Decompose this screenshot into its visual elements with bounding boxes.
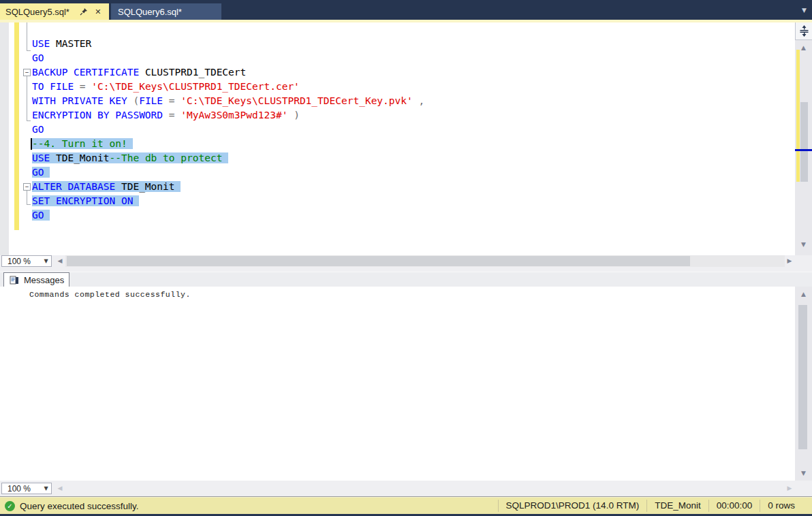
messages-icon — [10, 276, 19, 285]
status-elapsed-time: 00:00:00 — [708, 500, 760, 512]
code-line: GO — [0, 165, 795, 180]
code-line: GO — [0, 51, 795, 65]
sql-editor-surface[interactable]: USE MASTERGO−BACKUP CERTIFICATE CLUSTPRD… — [0, 22, 795, 255]
document-tab-bar: SQLQuery5.sql* ✕ SQLQuery6.sql* ▼ — [0, 0, 812, 20]
scroll-up-arrow[interactable]: ▲ — [795, 289, 812, 300]
code-line: WITH PRIVATE KEY (FILE = 'C:\TDE_Keys\CL… — [0, 94, 795, 108]
code-line: USE TDE_Monit--The db to protect — [0, 151, 795, 165]
text-caret — [31, 138, 32, 150]
code-line — [0, 22, 795, 37]
messages-tab-row: Messages — [0, 272, 812, 287]
pin-icon[interactable] — [79, 7, 89, 16]
chevron-down-icon[interactable]: ▼ — [802, 7, 807, 14]
hscroll-thumb[interactable] — [67, 256, 690, 266]
messages-zoom-select[interactable]: 100 % ▼ — [1, 483, 52, 494]
status-database: TDE_Monit — [646, 500, 708, 512]
code-line: GO — [0, 208, 795, 223]
messages-tab-label: Messages — [24, 275, 64, 285]
fold-collapse-icon[interactable]: − — [23, 69, 31, 76]
messages-output-text: Commands completed successfully. — [29, 290, 191, 299]
fold-collapse-icon[interactable]: − — [23, 183, 31, 191]
tab-messages[interactable]: Messages — [3, 272, 69, 287]
scroll-right-arrow[interactable]: ▶ — [785, 255, 794, 267]
zoom-value: 100 % — [2, 484, 41, 494]
close-icon[interactable]: ✕ — [93, 6, 104, 17]
chevron-down-icon: ▼ — [41, 485, 51, 491]
tab-sqlquery5[interactable]: SQLQuery5.sql* ✕ — [0, 3, 109, 20]
status-right: SQLPROD1\PROD1 (14.0 RTM) TDE_Monit 00:0… — [498, 500, 812, 512]
code-line: −BACKUP CERTIFICATE CLUSTPRD1_TDECert — [0, 65, 795, 80]
scrollbar-corner — [795, 255, 812, 267]
check-circle-icon: ✓ — [5, 501, 15, 511]
split-icon — [799, 25, 809, 37]
zoom-value: 100 % — [2, 257, 41, 266]
code-line: SET ENCRYPTION ON — [0, 194, 795, 208]
status-message: Query executed successfully. — [20, 501, 139, 511]
status-bar: ✓ Query executed successfully. SQLPROD1\… — [0, 497, 812, 514]
scroll-down-arrow[interactable]: ▼ — [795, 239, 812, 250]
tab-label: SQLQuery6.sql* — [118, 7, 182, 17]
code-lines: USE MASTERGO−BACKUP CERTIFICATE CLUSTPRD… — [0, 22, 795, 223]
chevron-down-icon: ▼ — [41, 258, 51, 264]
pane-splitter[interactable] — [0, 267, 812, 272]
editor-hscroll-row: 100 % ▼ ◀ ▶ — [0, 255, 812, 267]
code-line: GO — [0, 123, 795, 137]
scrollbar-thumb[interactable] — [800, 102, 808, 182]
scroll-down-arrow[interactable]: ▼ — [795, 468, 812, 479]
messages-vertical-scrollbar[interactable]: ▲ ▼ — [795, 287, 812, 481]
tab-label: SQLQuery5.sql* — [5, 7, 69, 17]
messages-hscroll-row: 100 % ▼ ◀ ▶ — [0, 481, 812, 497]
scroll-left-arrow[interactable]: ◀ — [55, 255, 65, 267]
status-left: ✓ Query executed successfully. — [0, 501, 498, 511]
code-line: −ALTER DATABASE TDE_Monit — [0, 180, 795, 194]
scroll-left-arrow[interactable]: ◀ — [55, 483, 65, 494]
scroll-right-arrow[interactable]: ▶ — [785, 483, 794, 494]
tab-sqlquery6[interactable]: SQLQuery6.sql* — [111, 3, 221, 20]
split-editor-button[interactable] — [795, 22, 812, 40]
results-messages-pane: Messages Commands completed successfully… — [0, 272, 812, 497]
code-line: USE MASTER — [0, 37, 795, 51]
caret-position-marker — [795, 149, 812, 151]
editor-vertical-scrollbar[interactable]: ▲ ▼ — [795, 22, 812, 255]
code-line: TO FILE = 'C:\TDE_Keys\CLUSTPRD1_TDECert… — [0, 80, 795, 94]
status-row-count: 0 rows — [760, 500, 802, 512]
scrollbar-thumb[interactable] — [798, 305, 807, 449]
change-marks-overview — [796, 50, 800, 182]
code-line: --4. Turn it on! — [0, 137, 795, 151]
messages-output-area[interactable]: Commands completed successfully. — [0, 287, 795, 481]
code-line: ENCRYPTION BY PASSWORD = 'MyAw3S0m3Pwd12… — [0, 108, 795, 123]
status-server: SQLPROD1\PROD1 (14.0 RTM) — [498, 500, 647, 512]
hscroll-track[interactable] — [65, 255, 785, 267]
editor-zoom-select[interactable]: 100 % ▼ — [1, 255, 52, 267]
